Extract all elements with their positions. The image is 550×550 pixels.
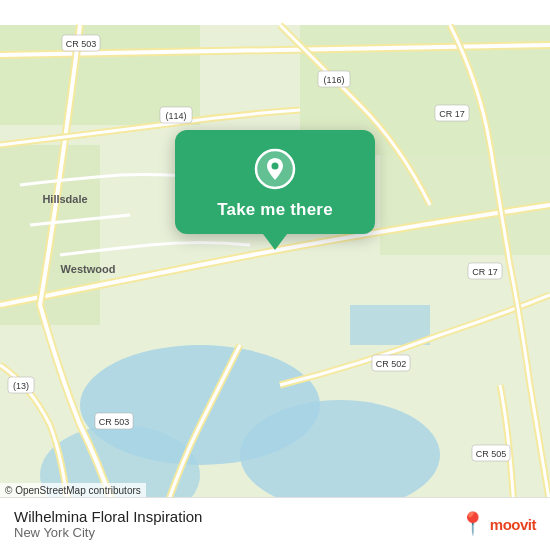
map-container: CR 503 CR 503 CR 502 CR 505 CR 17 CR 17 …: [0, 0, 550, 550]
svg-point-6: [240, 400, 440, 510]
attribution-text: © OpenStreetMap contributors: [5, 485, 141, 496]
location-name: Wilhelmina Floral Inspiration: [14, 508, 202, 525]
popup-card: Take me there: [175, 130, 375, 234]
bottom-bar-left: Wilhelmina Floral Inspiration New York C…: [14, 508, 202, 540]
moovit-brand-text: moovit: [490, 516, 536, 533]
map-background: CR 503 CR 503 CR 502 CR 505 CR 17 CR 17 …: [0, 0, 550, 550]
svg-text:Hillsdale: Hillsdale: [42, 193, 87, 205]
svg-text:CR 502: CR 502: [376, 359, 407, 369]
svg-text:CR 503: CR 503: [99, 417, 130, 427]
svg-point-32: [272, 163, 279, 170]
svg-text:CR 17: CR 17: [439, 109, 465, 119]
svg-text:CR 17: CR 17: [472, 267, 498, 277]
svg-text:(13): (13): [13, 381, 29, 391]
take-me-there-button[interactable]: Take me there: [217, 200, 333, 220]
moovit-pin-icon: 📍: [459, 511, 486, 537]
osm-attribution: © OpenStreetMap contributors: [0, 483, 146, 498]
location-pin-icon: [254, 148, 296, 190]
location-city: New York City: [14, 525, 202, 540]
moovit-logo: 📍 moovit: [459, 511, 536, 537]
svg-rect-8: [350, 305, 430, 345]
svg-text:(116): (116): [323, 75, 344, 85]
svg-text:CR 503: CR 503: [66, 39, 97, 49]
svg-text:CR 505: CR 505: [476, 449, 507, 459]
svg-text:(114): (114): [165, 111, 186, 121]
bottom-bar: Wilhelmina Floral Inspiration New York C…: [0, 497, 550, 550]
svg-text:Westwood: Westwood: [61, 263, 116, 275]
